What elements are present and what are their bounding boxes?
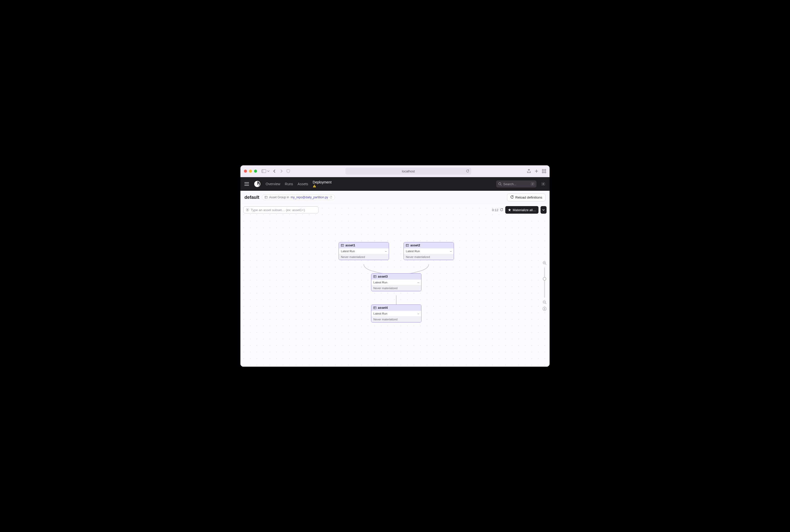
svg-rect-18 <box>374 276 376 278</box>
svg-rect-8 <box>314 187 315 187</box>
privacy-icon <box>286 169 290 173</box>
svg-rect-5 <box>545 172 546 173</box>
svg-point-10 <box>543 184 544 185</box>
lineage-canvas[interactable]: Type an asset subset… (ex: asset1+) 0:12… <box>240 205 550 367</box>
asset-name: asset1 <box>345 244 355 247</box>
svg-rect-7 <box>314 185 315 186</box>
materialize-dropdown-button[interactable] <box>541 206 547 214</box>
asset-node-asset1[interactable]: asset1 Latest Run– Never materialized <box>339 242 389 260</box>
refresh-age: 0:12 <box>492 208 503 212</box>
tab-overview-button[interactable] <box>542 169 546 173</box>
repo-link[interactable]: my_repo@daily_partition.py <box>290 195 328 199</box>
asset-subset-input[interactable]: Type an asset subset… (ex: asset1+) <box>243 206 318 213</box>
browser-back-button[interactable] <box>272 169 277 173</box>
chevron-down-icon <box>267 170 270 172</box>
zoom-slider-thumb[interactable] <box>543 277 546 281</box>
svg-rect-1 <box>262 170 263 173</box>
asset-node-asset2[interactable]: asset2 Latest Run– Never materialized <box>403 242 454 260</box>
page-header: default Asset Group in my_repo@daily_par… <box>240 191 550 204</box>
browser-refresh-button[interactable] <box>466 170 469 173</box>
reload-icon <box>510 195 514 199</box>
refresh-repo-icon[interactable] <box>330 196 332 199</box>
share-button[interactable] <box>527 169 531 173</box>
warning-icon <box>313 184 333 188</box>
canvas-toolbar: Type an asset subset… (ex: asset1+) 0:12… <box>240 205 550 215</box>
address-bar[interactable]: localhost <box>345 168 471 175</box>
svg-point-9 <box>499 183 501 185</box>
nav-deployment[interactable]: Deployment <box>313 180 333 188</box>
refresh-age-icon[interactable] <box>500 208 503 212</box>
zoom-window-button[interactable] <box>254 170 257 173</box>
dagster-logo[interactable] <box>253 180 261 188</box>
materialize-all-button[interactable]: Materialize all… <box>505 206 539 214</box>
breadcrumb-chip: Asset Group in my_repo@daily_partition.p… <box>262 194 335 200</box>
search-shortcut: / <box>531 182 534 186</box>
table-icon <box>341 244 344 247</box>
svg-rect-4 <box>542 172 544 173</box>
search-input[interactable]: Search... / <box>496 180 537 188</box>
nav-runs[interactable]: Runs <box>285 182 293 186</box>
zoom-slider[interactable] <box>544 267 545 298</box>
table-icon <box>373 306 376 309</box>
url-text: localhost <box>402 169 415 173</box>
repo-icon <box>265 196 268 199</box>
asset-name: asset3 <box>378 275 388 278</box>
reload-definitions-button[interactable]: Reload definitions <box>507 193 546 201</box>
asset-node-asset3[interactable]: asset3 Latest Run– Never materialized <box>371 273 421 291</box>
svg-rect-3 <box>545 169 546 171</box>
search-icon <box>498 182 502 186</box>
svg-rect-11 <box>265 196 268 198</box>
svg-point-15 <box>247 209 248 210</box>
svg-rect-17 <box>406 244 409 247</box>
download-button[interactable] <box>543 307 547 311</box>
app-nav: Overview Runs Assets Deployment Search..… <box>240 177 550 191</box>
menu-button[interactable] <box>244 182 249 186</box>
zoom-out-button[interactable] <box>543 300 547 304</box>
minimize-window-button[interactable] <box>249 170 252 173</box>
svg-rect-2 <box>542 169 544 171</box>
svg-rect-19 <box>374 307 376 309</box>
page-title: default <box>244 195 259 200</box>
nav-assets[interactable]: Assets <box>298 182 308 186</box>
svg-rect-16 <box>341 244 344 247</box>
caret-down-icon <box>542 209 545 211</box>
asset-node-asset4[interactable]: asset4 Latest Run– Never materialized <box>371 304 421 322</box>
table-icon <box>406 244 409 247</box>
browser-chrome: localhost <box>240 165 550 177</box>
asset-name: asset2 <box>410 244 420 247</box>
close-window-button[interactable] <box>244 170 247 173</box>
browser-forward-button[interactable] <box>279 169 284 173</box>
window-controls <box>244 170 257 173</box>
materialize-icon <box>508 208 511 212</box>
new-tab-button[interactable] <box>534 169 539 173</box>
filter-icon <box>246 208 249 212</box>
table-icon <box>373 275 376 278</box>
zoom-controls <box>542 261 547 311</box>
zoom-in-button[interactable] <box>543 261 547 265</box>
settings-button[interactable] <box>541 182 546 186</box>
asset-name: asset4 <box>378 306 388 309</box>
browser-sidebar-toggle[interactable] <box>262 169 270 173</box>
nav-overview[interactable]: Overview <box>266 182 280 186</box>
